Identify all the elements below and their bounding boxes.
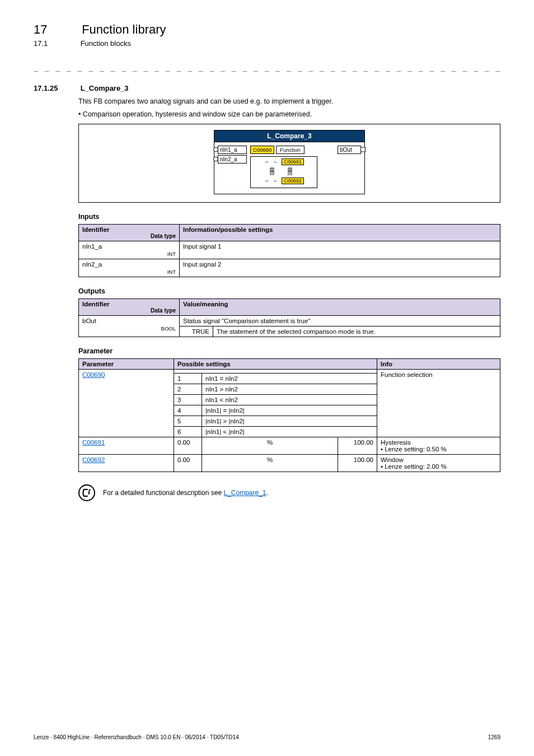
param-header-parameter: Parameter [79, 358, 174, 369]
inputs-table: Identifier Data type Information/possibl… [78, 224, 500, 277]
arrow-right-icon: → [264, 178, 269, 184]
subchapter-heading: 17.1 Function blocks [34, 39, 500, 48]
code-function: C00690 [250, 146, 274, 154]
inputs-heading: Inputs [78, 213, 500, 221]
table-row: nIn2_aINT Input signal 2 [79, 259, 500, 277]
tip-text: For a detailed functional description se… [103, 489, 268, 497]
outputs-table: Identifier Data type Value/meaning bOutB… [78, 298, 500, 337]
tip-note: For a detailed functional description se… [78, 484, 500, 501]
param-code-link[interactable]: C00692 [82, 456, 105, 463]
chapter-title: Function library [82, 22, 166, 36]
table-row: C00690 Function selection [79, 369, 500, 373]
subchapter-number: 17.1 [34, 39, 78, 48]
footer-left: Lenze · 8400 HighLine · Referenzhandbuch… [34, 734, 239, 740]
arrow-left-icon: ← [273, 178, 278, 184]
table-row: C00692 0.00 % 100.00 Window• Lenze setti… [79, 454, 500, 472]
code-window: C00692 [282, 178, 304, 184]
port-out: bOut [338, 146, 361, 154]
function-block-title: L_Compare_3 [214, 130, 364, 142]
divider: _ _ _ _ _ _ _ _ _ _ _ _ _ _ _ _ _ _ _ _ … [34, 63, 500, 72]
port-in1: nIn1_a [218, 146, 247, 154]
tip-icon [78, 484, 95, 501]
outputs-heading: Outputs [78, 287, 500, 295]
block-diagram-frame: L_Compare_3 nIn1_a nIn2_a C00690 Functio… [78, 124, 500, 203]
function-block: L_Compare_3 nIn1_a nIn2_a C00690 Functio… [214, 130, 365, 194]
param-header-settings: Possible settings [174, 358, 377, 369]
section-number: 17.1.25 [34, 84, 78, 92]
arrow-right-icon: → [264, 158, 269, 165]
subchapter-title: Function blocks [81, 39, 131, 48]
inputs-header-info: Information/possible settings [180, 224, 500, 241]
outputs-header-identifier: Identifier Data type [79, 298, 180, 315]
port-in2: nIn2_a [218, 155, 247, 164]
parameter-heading: Parameter [78, 347, 500, 355]
param-code-link[interactable]: C00691 [82, 439, 105, 446]
svg-point-2 [88, 489, 90, 491]
section-intro: This FB compares two analog signals and … [78, 97, 500, 107]
code-hysteresis: C00691 [282, 158, 304, 165]
outputs-header-value: Value/meaning [180, 298, 500, 315]
param-header-info: Info [377, 358, 500, 369]
footer-page-number: 1269 [488, 734, 500, 740]
function-label: Function [276, 146, 304, 154]
param-code-link[interactable]: C00690 [82, 371, 105, 378]
parameter-table: Parameter Possible settings Info C00690 … [78, 358, 500, 472]
chapter-number: 17 [34, 22, 78, 37]
section-heading: 17.1.25 L_Compare_3 [34, 84, 500, 92]
inputs-header-identifier: Identifier Data type [79, 224, 180, 241]
table-row: nIn1_aINT Input signal 1 [79, 241, 500, 259]
tip-link[interactable]: L_Compare_1 [223, 489, 266, 497]
page-footer: Lenze · 8400 HighLine · Referenzhandbuch… [34, 734, 500, 740]
table-row: bOutBOOL Status signal "Comparison state… [79, 315, 500, 326]
section-title: L_Compare_3 [81, 84, 129, 92]
section-bullet: Comparison operation, hysteresis and win… [78, 110, 500, 118]
mini-chart-icons [254, 167, 314, 176]
chapter-heading: 17 Function library [34, 22, 500, 37]
inner-graph-box: → ← C00691 → ← C00692 [250, 156, 317, 188]
table-row: C00691 0.00 % 100.00 Hysteresis• Lenze s… [79, 437, 500, 454]
arrow-left-icon: ← [273, 158, 278, 165]
